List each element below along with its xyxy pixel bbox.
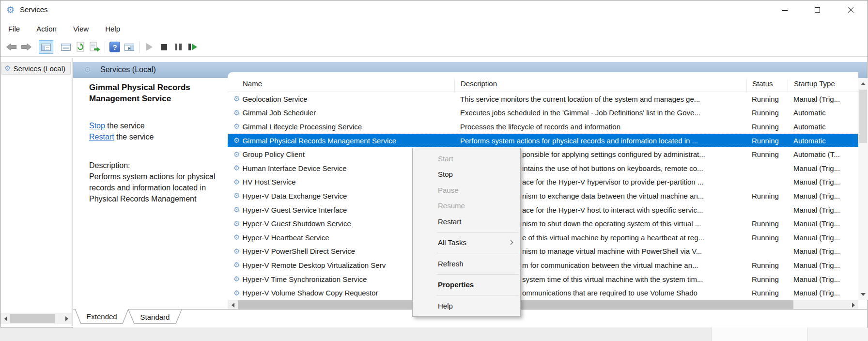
- tab-standard[interactable]: Standard: [127, 309, 183, 325]
- service-name: Geolocation Service: [242, 95, 307, 103]
- tab-extended[interactable]: Extended: [74, 309, 129, 325]
- table-row[interactable]: ⚙Gimmal Physical Records Management Serv…: [228, 134, 858, 148]
- maximize-icon: [815, 7, 820, 13]
- scroll-right-icon: [852, 303, 855, 308]
- pane-divider[interactable]: [72, 58, 73, 326]
- selected-service-title: Gimmal Physical Records Management Servi…: [89, 82, 228, 104]
- help-button[interactable]: ?: [108, 40, 122, 54]
- menu-item-all-tasks[interactable]: All Tasks: [413, 235, 520, 251]
- table-row[interactable]: ⚙Hyper-V Guest Shutdown Servicenism to s…: [228, 217, 858, 231]
- refresh-button[interactable]: [73, 40, 88, 54]
- service-name-cell: ⚙Geolocation Service: [228, 92, 454, 106]
- menu-separator: [413, 293, 520, 298]
- scroll-left-button[interactable]: [229, 300, 237, 310]
- table-row[interactable]: ⚙Hyper-V Data Exchange Servicenism to ex…: [228, 189, 858, 203]
- table-row[interactable]: ⚙Gimmal Job SchedulerExecutes jobs sched…: [228, 106, 858, 120]
- back-button[interactable]: [4, 40, 19, 54]
- show-hide-action-pane-button[interactable]: [122, 40, 137, 54]
- menu-item-restart[interactable]: Restart: [413, 214, 520, 230]
- table-row[interactable]: ⚙HV Host Serviceace for the Hyper-V hype…: [228, 175, 858, 189]
- service-startup-cell: Manual (Trig...: [788, 272, 858, 286]
- desktop-strip: [0, 327, 868, 341]
- service-gear-icon: ⚙: [233, 233, 240, 242]
- service-description-cell: Performs system actions for physical rec…: [454, 134, 746, 148]
- scrollbar-thumb[interactable]: [859, 90, 867, 143]
- pane-header-title: Services (Local): [100, 65, 156, 74]
- toolbar-separator: [36, 41, 36, 53]
- service-startup-cell: Manual (Trig...: [788, 203, 858, 217]
- window-controls: [768, 0, 867, 20]
- service-status-cell: [746, 245, 788, 259]
- table-row[interactable]: ⚙Gimmal Lifecycle Processing ServiceProc…: [228, 120, 858, 134]
- context-menu: StartStopPauseResumeRestartAll TasksRefr…: [412, 148, 521, 317]
- minimize-button[interactable]: [768, 0, 801, 20]
- table-row[interactable]: ⚙Group Policy Clientponsible for applyin…: [228, 147, 858, 161]
- menu-item-label: Pause: [438, 186, 459, 194]
- menu-item-label: Help: [438, 302, 453, 310]
- taskbar-segment: [711, 327, 807, 341]
- restart-service-icon: [188, 44, 197, 50]
- menu-file[interactable]: File: [8, 25, 20, 33]
- table-row[interactable]: ⚙Hyper-V Heartbeat Servicee of this virt…: [228, 231, 858, 245]
- export-list-button[interactable]: [88, 40, 102, 54]
- properties-button[interactable]: [59, 40, 73, 54]
- services-app-icon: ⚙: [6, 5, 15, 16]
- table-row[interactable]: ⚙Hyper-V Volume Shadow Copy Requestoromm…: [228, 286, 858, 300]
- service-startup-cell: Manual (Trig...: [788, 92, 858, 106]
- scroll-left-button[interactable]: [1, 314, 10, 323]
- restart-service-button[interactable]: [186, 40, 200, 54]
- scroll-up-button[interactable]: [859, 79, 868, 88]
- menu-action[interactable]: Action: [36, 25, 57, 33]
- service-status-cell: Running: [746, 231, 788, 245]
- start-service-button[interactable]: [142, 40, 156, 54]
- forward-button[interactable]: [19, 40, 33, 54]
- service-name-cell: ⚙Gimmal Physical Records Management Serv…: [228, 134, 454, 148]
- tree-node-services-local[interactable]: ⚙ Services (Local): [1, 62, 71, 75]
- stop-service-button[interactable]: [156, 40, 171, 54]
- table-row[interactable]: ⚙Human Interface Device Serviceintains t…: [228, 161, 858, 175]
- column-header-description[interactable]: Description: [454, 79, 746, 92]
- table-row[interactable]: ⚙Hyper-V Remote Desktop Virtualization S…: [228, 258, 858, 272]
- menu-bar: File Action View Help: [0, 20, 868, 38]
- close-button[interactable]: [834, 0, 867, 20]
- menu-item-stop[interactable]: Stop: [413, 167, 520, 183]
- table-row[interactable]: ⚙Hyper-V Time Synchronization Servicesys…: [228, 272, 858, 286]
- list-vertical-scrollbar[interactable]: [858, 78, 868, 300]
- scroll-up-icon: [861, 82, 866, 85]
- start-service-icon: [146, 43, 153, 51]
- menu-item-help[interactable]: Help: [413, 298, 520, 314]
- stop-service-link[interactable]: Stop: [89, 122, 105, 130]
- scroll-right-button[interactable]: [62, 314, 71, 323]
- service-action-links: Stop the service Restart the service: [89, 120, 228, 142]
- menu-item-label: Stop: [438, 170, 453, 178]
- restart-service-link[interactable]: Restart: [89, 133, 114, 141]
- table-row[interactable]: ⚙Hyper-V Guest Service Interfaceace for …: [228, 203, 858, 217]
- menu-item-properties[interactable]: Properties: [413, 277, 520, 293]
- menu-item-refresh[interactable]: Refresh: [413, 256, 520, 272]
- service-gear-icon: ⚙: [233, 136, 240, 145]
- scroll-down-button[interactable]: [859, 290, 868, 299]
- pause-service-button[interactable]: [171, 40, 186, 54]
- refresh-icon: [75, 42, 86, 52]
- tree-horizontal-scrollbar[interactable]: [0, 313, 72, 324]
- column-header-status[interactable]: Status: [746, 79, 788, 92]
- table-row[interactable]: ⚙Hyper-V PowerShell Direct Servicenism t…: [228, 245, 858, 259]
- service-name: Gimmal Job Scheduler: [242, 108, 316, 117]
- service-name: Hyper-V Guest Shutdown Service: [242, 219, 351, 228]
- column-header-name[interactable]: Name: [228, 79, 454, 92]
- service-startup-cell: Automatic (T...: [788, 147, 858, 161]
- column-header-startup-type[interactable]: Startup Type: [788, 79, 858, 92]
- menu-item-label: Restart: [438, 217, 461, 226]
- maximize-button[interactable]: [801, 0, 834, 20]
- gear-icon: ⚙: [84, 65, 91, 75]
- menu-help[interactable]: Help: [105, 25, 120, 33]
- service-status-cell: [746, 203, 788, 217]
- service-status-cell: Running: [746, 189, 788, 203]
- scroll-right-button[interactable]: [849, 300, 857, 310]
- scrollbar-thumb[interactable]: [10, 314, 55, 323]
- service-name: Hyper-V Heartbeat Service: [242, 233, 329, 242]
- toolbar: ?: [0, 38, 868, 57]
- menu-view[interactable]: View: [73, 25, 89, 33]
- table-row[interactable]: ⚙Geolocation ServiceThis service monitor…: [228, 92, 858, 106]
- show-hide-console-tree-button[interactable]: [39, 40, 53, 54]
